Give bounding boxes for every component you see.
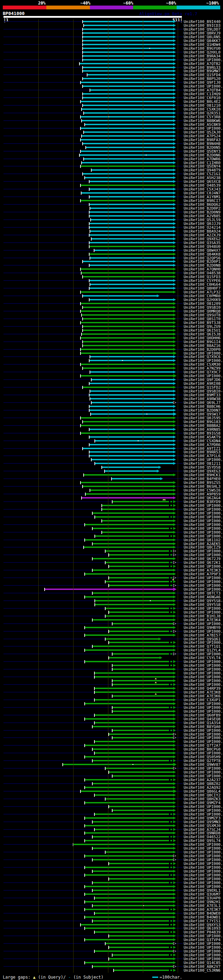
subject-continues-arrow[interactable]	[173, 587, 176, 591]
hit-bar[interactable]	[102, 520, 173, 522]
hit-bar[interactable]	[95, 741, 173, 742]
subject-continues-arrow[interactable]	[173, 352, 176, 355]
subject-continues-arrow[interactable]	[173, 127, 176, 130]
subject-continues-arrow[interactable]	[173, 752, 176, 754]
hit-bar[interactable]	[83, 173, 173, 175]
hit-bar[interactable]	[92, 512, 173, 514]
subject-continues-arrow[interactable]	[173, 821, 176, 823]
hit-bar[interactable]	[85, 893, 173, 895]
subject-continues-arrow[interactable]	[173, 843, 176, 846]
hit-bar[interactable]	[81, 192, 173, 194]
subject-continues-arrow[interactable]	[173, 70, 176, 72]
subject-continues-arrow[interactable]	[173, 519, 176, 522]
hit-bar[interactable]	[86, 147, 173, 148]
hit-bar[interactable]	[105, 943, 173, 944]
subject-continues-arrow[interactable]	[173, 268, 176, 270]
subject-continues-arrow[interactable]	[173, 797, 176, 800]
subject-continues-arrow[interactable]	[173, 59, 176, 61]
hit-bar[interactable]	[91, 219, 173, 220]
hit-bar[interactable]	[83, 78, 173, 79]
hit-bar[interactable]	[92, 543, 173, 544]
hit-bar[interactable]	[91, 238, 173, 240]
hit-bar[interactable]	[80, 200, 173, 201]
subject-continues-arrow[interactable]	[173, 535, 176, 538]
hit-bar[interactable]	[105, 562, 169, 563]
subject-continues-arrow[interactable]	[173, 595, 176, 598]
subject-continues-arrow[interactable]	[173, 207, 176, 210]
hit-bar[interactable]	[90, 398, 173, 399]
hit-bar[interactable]	[89, 223, 173, 224]
subject-continues-arrow[interactable]	[173, 603, 176, 606]
hit-bar[interactable]	[92, 870, 173, 872]
hit-bar[interactable]	[85, 661, 169, 662]
subject-continues-arrow[interactable]	[173, 409, 176, 412]
subject-continues-arrow[interactable]	[173, 283, 176, 286]
subject-continues-arrow[interactable]	[173, 634, 176, 636]
hit-bar[interactable]	[109, 935, 173, 937]
subject-continues-arrow[interactable]	[173, 119, 176, 122]
hit-bar[interactable]	[109, 642, 169, 643]
subject-continues-arrow[interactable]	[157, 470, 160, 473]
subject-continues-arrow[interactable]	[173, 222, 176, 225]
hit-bar[interactable]	[92, 592, 173, 594]
hit-bar[interactable]	[87, 74, 173, 75]
subject-continues-arrow[interactable]	[173, 493, 176, 495]
hit-bar[interactable]	[90, 231, 173, 232]
subject-continues-arrow[interactable]	[173, 123, 176, 126]
subject-continues-arrow[interactable]	[173, 523, 176, 526]
hit-bar[interactable]	[90, 208, 173, 209]
hit-bar[interactable]	[83, 44, 173, 45]
subject-continues-arrow[interactable]	[173, 744, 176, 747]
subject-continues-arrow[interactable]	[173, 115, 176, 118]
hit-bar[interactable]	[83, 486, 173, 487]
subject-continues-arrow[interactable]	[173, 96, 176, 99]
subject-continues-arrow[interactable]	[173, 649, 176, 651]
hit-bar[interactable]	[89, 280, 173, 281]
subject-continues-arrow[interactable]	[173, 725, 176, 728]
hit-bar[interactable]	[90, 257, 173, 259]
subject-continues-arrow[interactable]	[173, 340, 176, 343]
hit-bar[interactable]	[80, 375, 173, 377]
hit-bar[interactable]	[85, 825, 173, 826]
hit-bar[interactable]	[83, 51, 173, 53]
hit-bar[interactable]	[89, 409, 173, 411]
hit-bar[interactable]	[80, 353, 173, 354]
hit-bar[interactable]	[95, 913, 173, 914]
subject-continues-arrow[interactable]	[173, 889, 176, 892]
hit-bar[interactable]	[112, 954, 169, 956]
subject-continues-arrow[interactable]	[173, 748, 176, 751]
hit-bar[interactable]	[92, 619, 173, 620]
subject-continues-arrow[interactable]	[173, 443, 176, 446]
hit-bar[interactable]	[95, 692, 173, 693]
hit-bar[interactable]	[91, 459, 173, 460]
hit-bar[interactable]	[85, 124, 173, 125]
subject-continues-arrow[interactable]	[173, 870, 176, 873]
hit-bar[interactable]	[83, 93, 173, 95]
hit-bar[interactable]	[95, 463, 173, 464]
subject-continues-arrow[interactable]	[173, 355, 176, 358]
subject-continues-arrow[interactable]	[173, 729, 176, 732]
hit-bar[interactable]	[95, 752, 173, 754]
subject-continues-arrow[interactable]	[173, 557, 176, 560]
hit-bar[interactable]	[80, 310, 173, 312]
hit-bar[interactable]	[92, 528, 169, 529]
hit-bar[interactable]	[90, 284, 173, 285]
subject-continues-arrow[interactable]	[160, 656, 162, 659]
subject-continues-arrow[interactable]	[173, 92, 176, 95]
subject-continues-arrow[interactable]	[173, 714, 176, 716]
subject-continues-arrow[interactable]	[173, 146, 176, 149]
hit-bar[interactable]	[91, 414, 173, 415]
hit-bar[interactable]	[83, 32, 173, 34]
hit-bar[interactable]	[85, 627, 173, 628]
hit-bar[interactable]	[83, 86, 173, 87]
hit-bar[interactable]	[83, 36, 173, 38]
hit-bar[interactable]	[105, 581, 169, 582]
hit-bar[interactable]	[83, 21, 173, 22]
subject-continues-arrow[interactable]	[173, 851, 176, 853]
subject-continues-arrow[interactable]	[173, 580, 176, 583]
subject-continues-arrow[interactable]	[173, 412, 176, 416]
hit-bar[interactable]	[83, 295, 157, 296]
subject-continues-arrow[interactable]	[173, 43, 176, 46]
subject-continues-arrow[interactable]	[173, 458, 176, 461]
hit-bar[interactable]	[90, 390, 173, 392]
